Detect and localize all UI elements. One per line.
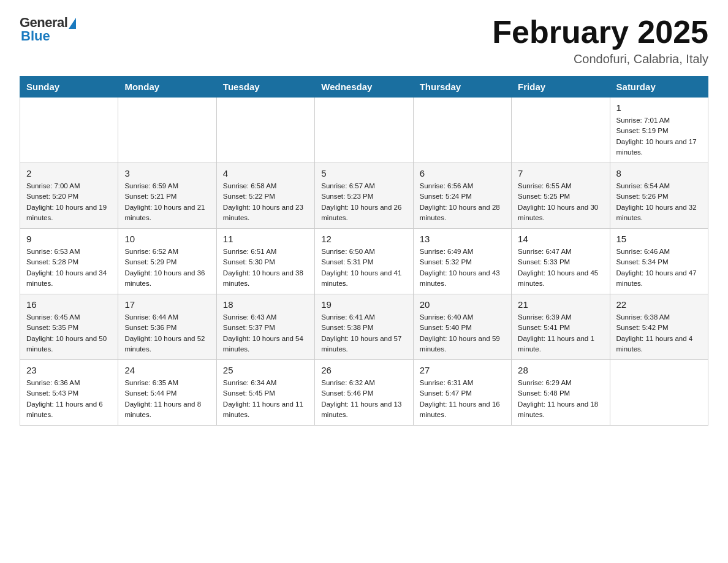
calendar-cell: 5Sunrise: 6:57 AM Sunset: 5:23 PM Daylig… <box>315 163 413 229</box>
day-number: 20 <box>420 299 505 310</box>
day-info: Sunrise: 7:00 AM Sunset: 5:20 PM Dayligh… <box>26 181 112 223</box>
day-number: 13 <box>420 234 505 244</box>
day-number: 4 <box>223 168 308 178</box>
day-header-tuesday: Tuesday <box>216 77 314 98</box>
calendar-cell: 28Sunrise: 6:29 AM Sunset: 5:48 PM Dayli… <box>512 360 610 426</box>
week-row-5: 23Sunrise: 6:36 AM Sunset: 5:43 PM Dayli… <box>20 360 708 426</box>
day-info: Sunrise: 6:34 AM Sunset: 5:45 PM Dayligh… <box>223 378 308 420</box>
day-number: 27 <box>420 365 505 375</box>
day-info: Sunrise: 6:41 AM Sunset: 5:38 PM Dayligh… <box>321 312 406 354</box>
calendar-cell: 14Sunrise: 6:47 AM Sunset: 5:33 PM Dayli… <box>512 229 610 294</box>
day-info: Sunrise: 6:31 AM Sunset: 5:47 PM Dayligh… <box>420 378 505 420</box>
calendar-cell: 27Sunrise: 6:31 AM Sunset: 5:47 PM Dayli… <box>413 360 511 426</box>
page-header: General Blue February 2025 Condofuri, Ca… <box>20 15 708 66</box>
day-header-saturday: Saturday <box>610 77 708 98</box>
day-info: Sunrise: 6:47 AM Sunset: 5:33 PM Dayligh… <box>518 247 603 289</box>
calendar-cell: 4Sunrise: 6:58 AM Sunset: 5:22 PM Daylig… <box>216 163 314 229</box>
day-info: Sunrise: 6:43 AM Sunset: 5:37 PM Dayligh… <box>223 312 308 354</box>
day-number: 5 <box>321 168 406 178</box>
calendar-cell: 24Sunrise: 6:35 AM Sunset: 5:44 PM Dayli… <box>118 360 216 426</box>
day-number: 22 <box>616 299 702 310</box>
day-info: Sunrise: 7:01 AM Sunset: 5:19 PM Dayligh… <box>616 115 702 158</box>
calendar-cell <box>512 98 610 163</box>
day-info: Sunrise: 6:35 AM Sunset: 5:44 PM Dayligh… <box>124 378 210 420</box>
calendar-cell <box>20 98 118 163</box>
calendar-cell: 23Sunrise: 6:36 AM Sunset: 5:43 PM Dayli… <box>20 360 118 426</box>
day-number: 3 <box>124 168 210 178</box>
day-number: 19 <box>321 299 406 310</box>
calendar-cell: 17Sunrise: 6:44 AM Sunset: 5:36 PM Dayli… <box>118 294 216 360</box>
calendar-cell: 12Sunrise: 6:50 AM Sunset: 5:31 PM Dayli… <box>315 229 413 294</box>
day-number: 21 <box>518 299 603 310</box>
calendar-cell: 3Sunrise: 6:59 AM Sunset: 5:21 PM Daylig… <box>118 163 216 229</box>
calendar-cell: 18Sunrise: 6:43 AM Sunset: 5:37 PM Dayli… <box>216 294 314 360</box>
day-number: 1 <box>616 102 702 113</box>
day-info: Sunrise: 6:50 AM Sunset: 5:31 PM Dayligh… <box>321 247 406 289</box>
day-info: Sunrise: 6:49 AM Sunset: 5:32 PM Dayligh… <box>420 247 505 289</box>
week-row-4: 16Sunrise: 6:45 AM Sunset: 5:35 PM Dayli… <box>20 294 708 360</box>
day-info: Sunrise: 6:36 AM Sunset: 5:43 PM Dayligh… <box>26 378 112 420</box>
calendar-table: SundayMondayTuesdayWednesdayThursdayFrid… <box>20 76 708 426</box>
day-number: 17 <box>124 299 210 310</box>
logo: General Blue <box>20 15 76 44</box>
day-header-sunday: Sunday <box>20 77 118 98</box>
day-number: 10 <box>124 234 210 244</box>
week-row-1: 1Sunrise: 7:01 AM Sunset: 5:19 PM Daylig… <box>20 98 708 163</box>
day-info: Sunrise: 6:57 AM Sunset: 5:23 PM Dayligh… <box>321 181 406 223</box>
day-number: 6 <box>420 168 505 178</box>
calendar-cell: 7Sunrise: 6:55 AM Sunset: 5:25 PM Daylig… <box>512 163 610 229</box>
calendar-cell <box>413 98 511 163</box>
calendar-cell <box>118 98 216 163</box>
day-number: 16 <box>26 299 112 310</box>
day-info: Sunrise: 6:53 AM Sunset: 5:28 PM Dayligh… <box>26 247 112 289</box>
day-info: Sunrise: 6:58 AM Sunset: 5:22 PM Dayligh… <box>223 181 308 223</box>
day-header-wednesday: Wednesday <box>315 77 413 98</box>
calendar-cell: 2Sunrise: 7:00 AM Sunset: 5:20 PM Daylig… <box>20 163 118 229</box>
day-number: 23 <box>26 365 112 375</box>
calendar-cell: 20Sunrise: 6:40 AM Sunset: 5:40 PM Dayli… <box>413 294 511 360</box>
day-number: 24 <box>124 365 210 375</box>
week-row-3: 9Sunrise: 6:53 AM Sunset: 5:28 PM Daylig… <box>20 229 708 294</box>
day-header-thursday: Thursday <box>413 77 511 98</box>
day-info: Sunrise: 6:40 AM Sunset: 5:40 PM Dayligh… <box>420 312 505 354</box>
calendar-cell: 8Sunrise: 6:54 AM Sunset: 5:26 PM Daylig… <box>610 163 708 229</box>
day-info: Sunrise: 6:55 AM Sunset: 5:25 PM Dayligh… <box>518 181 603 223</box>
calendar-cell: 26Sunrise: 6:32 AM Sunset: 5:46 PM Dayli… <box>315 360 413 426</box>
calendar-cell: 16Sunrise: 6:45 AM Sunset: 5:35 PM Dayli… <box>20 294 118 360</box>
calendar-cell: 25Sunrise: 6:34 AM Sunset: 5:45 PM Dayli… <box>216 360 314 426</box>
day-info: Sunrise: 6:56 AM Sunset: 5:24 PM Dayligh… <box>420 181 505 223</box>
calendar-cell <box>216 98 314 163</box>
day-info: Sunrise: 6:44 AM Sunset: 5:36 PM Dayligh… <box>124 312 210 354</box>
day-header-friday: Friday <box>512 77 610 98</box>
day-info: Sunrise: 6:51 AM Sunset: 5:30 PM Dayligh… <box>223 247 308 289</box>
day-number: 26 <box>321 365 406 375</box>
calendar-cell: 9Sunrise: 6:53 AM Sunset: 5:28 PM Daylig… <box>20 229 118 294</box>
day-info: Sunrise: 6:59 AM Sunset: 5:21 PM Dayligh… <box>124 181 210 223</box>
logo-blue-text: Blue <box>21 28 50 44</box>
day-info: Sunrise: 6:32 AM Sunset: 5:46 PM Dayligh… <box>321 378 406 420</box>
day-number: 18 <box>223 299 308 310</box>
day-number: 9 <box>26 234 112 244</box>
day-number: 7 <box>518 168 603 178</box>
calendar-cell <box>315 98 413 163</box>
day-info: Sunrise: 6:29 AM Sunset: 5:48 PM Dayligh… <box>518 378 603 420</box>
day-number: 12 <box>321 234 406 244</box>
day-info: Sunrise: 6:46 AM Sunset: 5:34 PM Dayligh… <box>616 247 702 289</box>
week-row-2: 2Sunrise: 7:00 AM Sunset: 5:20 PM Daylig… <box>20 163 708 229</box>
calendar-cell: 13Sunrise: 6:49 AM Sunset: 5:32 PM Dayli… <box>413 229 511 294</box>
calendar-cell: 10Sunrise: 6:52 AM Sunset: 5:29 PM Dayli… <box>118 229 216 294</box>
calendar-cell: 1Sunrise: 7:01 AM Sunset: 5:19 PM Daylig… <box>610 98 708 163</box>
day-number: 11 <box>223 234 308 244</box>
day-number: 8 <box>616 168 702 178</box>
calendar-cell: 19Sunrise: 6:41 AM Sunset: 5:38 PM Dayli… <box>315 294 413 360</box>
day-info: Sunrise: 6:54 AM Sunset: 5:26 PM Dayligh… <box>616 181 702 223</box>
calendar-title: February 2025 <box>492 15 708 50</box>
calendar-header-row: SundayMondayTuesdayWednesdayThursdayFrid… <box>20 77 708 98</box>
calendar-cell: 22Sunrise: 6:38 AM Sunset: 5:42 PM Dayli… <box>610 294 708 360</box>
calendar-cell: 11Sunrise: 6:51 AM Sunset: 5:30 PM Dayli… <box>216 229 314 294</box>
calendar-subtitle: Condofuri, Calabria, Italy <box>492 52 708 66</box>
calendar-cell: 6Sunrise: 6:56 AM Sunset: 5:24 PM Daylig… <box>413 163 511 229</box>
calendar-cell: 15Sunrise: 6:46 AM Sunset: 5:34 PM Dayli… <box>610 229 708 294</box>
day-info: Sunrise: 6:39 AM Sunset: 5:41 PM Dayligh… <box>518 312 603 354</box>
calendar-cell <box>610 360 708 426</box>
